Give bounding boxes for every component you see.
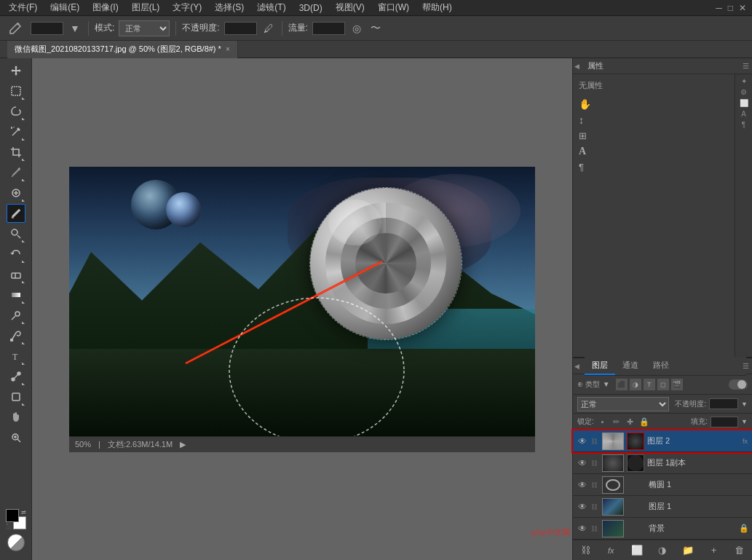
shape-tool[interactable]: [7, 387, 25, 406]
lock-image[interactable]: ✏: [611, 416, 622, 427]
layer-mask-btn[interactable]: ⬜: [629, 543, 645, 559]
brush-preset-picker[interactable]: ▼: [68, 21, 82, 36]
layer-fill-dropdown[interactable]: ▼: [741, 418, 748, 425]
foreground-color[interactable]: [6, 509, 19, 522]
layer-link-bg[interactable]: ⛓: [589, 524, 599, 534]
menu-layer[interactable]: 图层(L): [126, 0, 166, 15]
panel-collapse-icon[interactable]: ◀: [574, 63, 579, 70]
opacity-input[interactable]: 29%: [224, 22, 257, 35]
menu-select[interactable]: 选择(S): [209, 0, 250, 15]
window-restore[interactable]: □: [728, 3, 733, 13]
crop-tool[interactable]: [7, 143, 25, 162]
layer-row-1copy[interactable]: 👁 ⛓ 图层 1副本: [573, 452, 752, 474]
nav-arrow[interactable]: ▶: [180, 440, 186, 449]
menu-edit[interactable]: 编辑(E): [44, 0, 85, 15]
filter-toggle[interactable]: [729, 379, 748, 390]
layer-visibility-bg[interactable]: 👁: [576, 522, 589, 535]
prop-icon-transform[interactable]: ⊞: [579, 130, 729, 141]
eraser-tool[interactable]: [7, 265, 25, 284]
layers-collapse-icon[interactable]: ◀: [574, 363, 579, 370]
layer-opacity-dropdown[interactable]: ▼: [741, 401, 748, 408]
layer-link-1[interactable]: ⛓: [589, 502, 599, 512]
hand-tool[interactable]: [7, 408, 25, 427]
opacity-toggle[interactable]: 🖊: [261, 21, 276, 36]
marquee-tool[interactable]: [7, 82, 25, 100]
window-minimize[interactable]: ─: [716, 3, 722, 13]
layer-visibility-1copy[interactable]: 👁: [576, 457, 589, 470]
layer-fx-btn[interactable]: fx: [603, 543, 619, 559]
brush-tool-indicator[interactable]: [4, 17, 26, 39]
layers-menu-icon[interactable]: ☰: [743, 362, 749, 370]
panel-icon-5[interactable]: ¶: [742, 121, 745, 129]
tab-channels[interactable]: 通道: [615, 357, 646, 375]
menu-window[interactable]: 窗口(W): [372, 0, 415, 15]
menu-text[interactable]: 文字(Y): [167, 0, 207, 15]
layer-visibility-1[interactable]: 👁: [576, 500, 589, 513]
tab-paths[interactable]: 路径: [646, 357, 676, 375]
lock-all[interactable]: 🔒: [638, 416, 650, 427]
menu-view[interactable]: 视图(V): [330, 0, 371, 15]
panel-icon-3[interactable]: ⬜: [740, 99, 748, 107]
prop-icon-text-a[interactable]: A: [579, 146, 729, 157]
smoothing-icon[interactable]: 〜: [368, 21, 383, 36]
layer-link-btn[interactable]: ⛓: [577, 543, 593, 559]
layer-visibility-ellipse[interactable]: 👁: [576, 478, 589, 492]
tab-close-btn[interactable]: ×: [226, 45, 230, 53]
brush-tool[interactable]: [7, 204, 25, 223]
layer-row-ellipse[interactable]: 👁 ⛓ 椭圆 1: [573, 474, 752, 496]
window-close[interactable]: ✕: [739, 3, 746, 13]
panel-icon-2[interactable]: ⚙: [740, 88, 747, 96]
magic-wand-tool[interactable]: [7, 122, 25, 141]
default-colors[interactable]: ⬛: [6, 524, 12, 529]
blend-mode-select[interactable]: 正常: [119, 20, 170, 36]
prop-icon-text-p[interactable]: ¶: [579, 162, 729, 173]
text-tool[interactable]: T: [7, 347, 25, 366]
prop-icon-hand[interactable]: ✋: [579, 98, 729, 110]
layer-new-btn[interactable]: +: [706, 543, 722, 559]
layer-adjustment-btn[interactable]: ◑: [654, 543, 670, 559]
layer-fill-input[interactable]: 100%: [711, 417, 738, 427]
layer-link-ellipse[interactable]: ⛓: [589, 480, 599, 490]
layer-row-bg[interactable]: 👁 ⛓ 背景 🔒: [573, 518, 752, 540]
history-brush-tool[interactable]: [7, 245, 25, 264]
layer-link-2[interactable]: ⛓: [589, 436, 599, 446]
lock-transparent[interactable]: ▪: [597, 416, 609, 427]
menu-3d[interactable]: 3D(D): [293, 1, 328, 15]
healing-brush-tool[interactable]: [7, 184, 25, 202]
tab-layers[interactable]: 图层: [585, 357, 615, 375]
layer-link-1copy[interactable]: ⛓: [589, 458, 599, 468]
layer-row-2[interactable]: 👁 ⛓ 图层 2 fx: [573, 430, 752, 452]
quick-mask-btn[interactable]: [7, 534, 25, 551]
move-tool[interactable]: [7, 61, 25, 80]
pen-tool[interactable]: [7, 326, 25, 345]
panel-menu-icon[interactable]: ☰: [743, 62, 749, 70]
canvas-area[interactable]: 50% | 文档:2.63M/14.1M ▶: [32, 58, 572, 560]
layer-visibility-2[interactable]: 👁: [576, 435, 589, 448]
swap-colors[interactable]: ⇌: [21, 509, 26, 516]
filter-text[interactable]: T: [644, 379, 655, 390]
menu-filter[interactable]: 滤镜(T): [251, 0, 291, 15]
filter-adjust[interactable]: ◑: [630, 379, 641, 390]
document-tab[interactable]: 微信截图_20210820133717.jpg @ 50% (图层2, RGB/…: [7, 41, 238, 58]
clone-stamp-tool[interactable]: [7, 224, 25, 243]
path-selection-tool[interactable]: [7, 367, 25, 386]
layer-group-btn[interactable]: 📁: [680, 543, 696, 559]
layer-delete-btn[interactable]: 🗑: [732, 543, 748, 559]
panel-icon-1[interactable]: ✦: [740, 77, 748, 85]
filter-smart[interactable]: 🎬: [671, 379, 683, 390]
zoom-tool[interactable]: [7, 428, 25, 447]
layer-blend-select[interactable]: 正常: [577, 397, 669, 411]
filter-shape[interactable]: ◻: [657, 379, 669, 390]
lock-position[interactable]: ✚: [625, 416, 636, 427]
layer-opacity-input[interactable]: 100%: [709, 398, 738, 409]
dodge-tool[interactable]: [7, 306, 25, 325]
menu-image[interactable]: 图像(I): [87, 0, 124, 15]
filter-dropdown[interactable]: ▼: [603, 380, 610, 388]
brush-size-input[interactable]: 125: [31, 22, 63, 35]
airbrush-toggle[interactable]: ◎: [349, 21, 364, 36]
menu-help[interactable]: 帮助(H): [416, 0, 458, 15]
gradient-tool[interactable]: [7, 285, 25, 304]
layer-row-1[interactable]: 👁 ⛓ 图层 1: [573, 496, 752, 518]
layer-fx-2[interactable]: fx: [743, 438, 748, 445]
prop-icon-arrow[interactable]: ↕: [579, 114, 729, 126]
